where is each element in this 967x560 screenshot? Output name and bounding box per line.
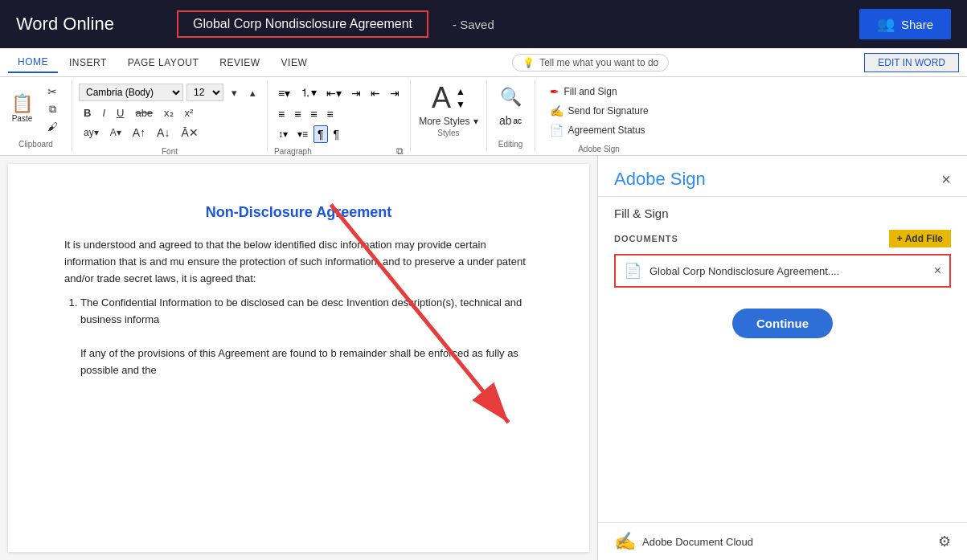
tell-me-text: Tell me what you want to do: [539, 57, 658, 68]
spellcheck-row: ab ac: [499, 114, 522, 127]
copy-button[interactable]: ⧉: [39, 101, 65, 117]
clear-format-button[interactable]: Ā✕: [176, 124, 203, 141]
editing-label: Editing: [498, 137, 523, 149]
doc-list-item-1: The Confidential Information to be discl…: [80, 295, 533, 378]
more-styles-label: More Styles: [419, 116, 469, 127]
app-title: Word Online: [16, 14, 161, 35]
doc-paragraph-1: It is understood and agreed to that the …: [64, 237, 533, 287]
line-spacing-button[interactable]: ↕▾: [274, 126, 292, 142]
menu-view[interactable]: VIEW: [272, 53, 318, 72]
main-area: Non-Disclosure Agreement It is understoo…: [0, 156, 967, 560]
adobe-panel-title: Adobe Sign: [614, 169, 706, 190]
share-button[interactable]: 👥 Share: [859, 9, 951, 39]
paste-button[interactable]: 📋 Paste: [6, 92, 38, 126]
font-size-up-button[interactable]: A↑: [128, 124, 150, 141]
gear-icon[interactable]: ⚙: [938, 533, 951, 550]
subscript-button[interactable]: x₂: [159, 104, 178, 121]
font-family-select[interactable]: Cambria (Body): [79, 84, 183, 101]
font-color-row: ay▾ A▾ A↑ A↓ Ā✕: [79, 124, 260, 141]
file-remove-button[interactable]: ×: [934, 264, 941, 278]
font-size-increase-button[interactable]: ▴: [245, 84, 260, 101]
cut-button[interactable]: ✂: [39, 84, 65, 100]
adobe-panel-header: Adobe Sign ×: [598, 156, 967, 197]
ribbon-group-paragraph: ≡▾ ⒈▾ ⇤▾ ⇥ ⇤ ⇥ ≡ ≡ ≡ ≡ ↕▾ ▾≡ ¶ ¶ Paragra…: [268, 80, 411, 152]
fill-sign-icon: ✒: [550, 85, 559, 98]
adobe-logo-icon: ✍: [614, 531, 636, 552]
menu-insert[interactable]: INSERT: [59, 53, 117, 72]
text-highlight-button[interactable]: ay▾: [79, 124, 104, 141]
spellcheck-ac-icon: ac: [514, 116, 522, 125]
bold-button[interactable]: B: [79, 104, 96, 121]
share-label: Share: [901, 18, 933, 31]
ltr-button[interactable]: ⇤: [367, 84, 384, 102]
send-for-signature-label: Send for Signature: [568, 105, 649, 116]
fill-and-sign-label: Fill and Sign: [564, 86, 617, 97]
bullet-list-button[interactable]: ≡▾: [274, 84, 294, 102]
menu-page-layout[interactable]: PAGE LAYOUT: [118, 53, 208, 72]
underline-button[interactable]: U: [112, 104, 129, 121]
agreement-status-button[interactable]: 📄 Agreement Status: [547, 122, 652, 138]
document-title: Non-Disclosure Agreement: [64, 204, 533, 221]
format-painter-button[interactable]: 🖌: [39, 119, 65, 134]
share-icon: 👥: [877, 15, 895, 33]
styles-label: Styles: [437, 129, 459, 137]
indent-inc-button[interactable]: ⇥: [347, 84, 365, 102]
para-align-row: ≡ ≡ ≡ ≡: [274, 105, 404, 123]
fill-and-sign-ribbon-button[interactable]: ✒ Fill and Sign: [547, 84, 652, 100]
styles-scroll-down-button[interactable]: ▼: [456, 99, 465, 110]
agreement-status-icon: 📄: [550, 124, 563, 137]
paste-label: Paste: [12, 114, 33, 123]
cut-icon: ✂: [47, 85, 57, 98]
more-styles-arrow: ▾: [473, 116, 478, 127]
font-color-button[interactable]: A▾: [105, 124, 126, 141]
more-styles-button[interactable]: More Styles ▾: [419, 116, 477, 127]
rtl-button[interactable]: ⇥: [386, 84, 404, 102]
font-size-down-button[interactable]: A↓: [152, 124, 174, 141]
menu-bar: HOME INSERT PAGE LAYOUT REVIEW VIEW 💡 Te…: [0, 48, 967, 77]
ribbon-group-editing: 🔍 ab ac Editing: [487, 80, 535, 152]
adobe-panel-subtitle: Fill & Sign: [598, 197, 967, 230]
continue-button[interactable]: Continue: [732, 309, 833, 338]
indent-dec-button[interactable]: ⇤▾: [322, 84, 346, 102]
adobe-section-header: DOCUMENTS + Add File: [614, 230, 951, 247]
search-icon: 🔍: [500, 87, 522, 108]
align-right-button[interactable]: ≡: [306, 105, 321, 123]
strikethrough-button[interactable]: abe: [130, 104, 158, 121]
para-spacing-row: ↕▾ ▾≡ ¶ ¶: [274, 125, 404, 143]
menu-review[interactable]: REVIEW: [210, 53, 269, 72]
adobe-footer-brand: ✍ Adobe Document Cloud: [614, 531, 753, 552]
justify-button[interactable]: ≡: [323, 105, 338, 123]
styles-a-preview: A: [432, 84, 451, 112]
adobe-documents-section: DOCUMENTS + Add File 📄 Global Corp Nondi…: [598, 230, 967, 296]
styles-scroll-up-button[interactable]: ▲: [456, 86, 465, 97]
font-size-select[interactable]: 12: [186, 84, 223, 101]
align-center-button[interactable]: ≡: [290, 105, 305, 123]
paragraph-label: Paragraph: [274, 147, 312, 156]
clipboard-row: 📋 Paste ✂ ⧉ 🖌: [6, 84, 65, 134]
para-list-row: ≡▾ ⒈▾ ⇤▾ ⇥ ⇤ ⇥: [274, 84, 404, 103]
menu-home[interactable]: HOME: [8, 52, 58, 73]
superscript-button[interactable]: x²: [180, 104, 199, 121]
document-body: It is understood and agreed to that the …: [64, 237, 533, 378]
shading-button[interactable]: ▾≡: [293, 126, 312, 142]
italic-button[interactable]: I: [97, 104, 110, 121]
add-file-button[interactable]: + Add File: [889, 230, 951, 247]
ribbon: 📋 Paste ✂ ⧉ 🖌 Clipboard Cambria (Body): [0, 77, 967, 156]
paragraph-mark-button[interactable]: ¶: [330, 125, 344, 143]
send-for-signature-button[interactable]: ✍ Send for Signature: [547, 103, 652, 119]
spellcheck-ab-icon: ab: [499, 114, 512, 127]
font-size-decrease-button[interactable]: ▾: [227, 84, 242, 101]
adobe-panel-close-button[interactable]: ×: [941, 170, 951, 189]
tell-me-bar[interactable]: 💡 Tell me what you want to do: [512, 54, 669, 72]
show-formatting-button[interactable]: ¶: [313, 125, 328, 143]
format-painter-icon: 🖌: [47, 121, 58, 133]
paragraph-expand-icon[interactable]: ⧉: [396, 145, 404, 157]
saved-status: - Saved: [453, 18, 494, 31]
doc-title-box: Global Corp Nondisclosure Agreement: [177, 10, 428, 38]
align-left-button[interactable]: ≡: [274, 105, 289, 123]
search-button[interactable]: 🔍: [495, 84, 527, 111]
adobe-footer-text: Adobe Document Cloud: [642, 536, 753, 548]
numbered-list-button[interactable]: ⒈▾: [296, 84, 321, 103]
edit-in-word-button[interactable]: EDIT IN WORD: [864, 53, 959, 72]
ribbon-group-adobe-sign: ✒ Fill and Sign ✍ Send for Signature 📄 A…: [535, 80, 663, 152]
